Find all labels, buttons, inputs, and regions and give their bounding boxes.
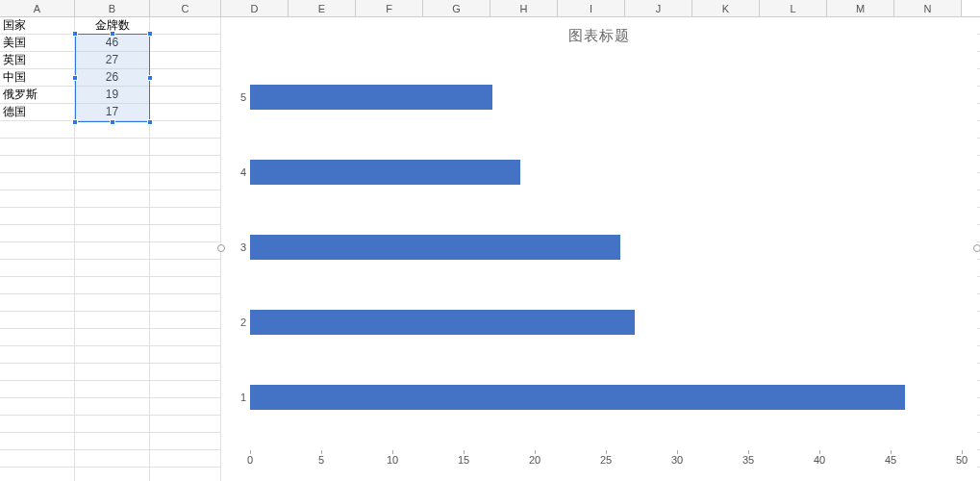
cell[interactable] xyxy=(75,260,150,276)
cell[interactable] xyxy=(75,156,150,172)
cell[interactable]: 美国 xyxy=(0,35,75,51)
col-header[interactable]: H xyxy=(490,0,558,16)
cell[interactable] xyxy=(0,190,75,207)
cell[interactable] xyxy=(75,242,150,259)
cell[interactable] xyxy=(0,208,75,224)
chart-bar[interactable] xyxy=(250,310,635,335)
cell[interactable] xyxy=(75,208,150,224)
chart-object[interactable]: 图表标题 54321 05101520253035404550 xyxy=(221,21,977,475)
chart-bar[interactable] xyxy=(250,160,520,185)
cell[interactable] xyxy=(75,450,150,467)
cell[interactable] xyxy=(150,416,221,432)
cell[interactable] xyxy=(0,277,75,293)
cell[interactable] xyxy=(75,329,150,345)
cell[interactable] xyxy=(0,381,75,397)
chart-title[interactable]: 图表标题 xyxy=(221,21,977,49)
col-header[interactable]: K xyxy=(692,0,760,16)
cell[interactable] xyxy=(150,398,221,415)
cell[interactable] xyxy=(0,364,75,380)
cell[interactable] xyxy=(150,450,221,467)
col-header[interactable]: E xyxy=(289,0,356,16)
cell[interactable] xyxy=(150,52,221,68)
col-header[interactable]: L xyxy=(760,0,827,16)
cell-country-header[interactable]: 国家 xyxy=(0,17,75,34)
cell[interactable] xyxy=(0,329,75,345)
col-header[interactable]: A xyxy=(0,0,75,16)
cell[interactable] xyxy=(0,312,75,328)
cell[interactable] xyxy=(150,364,221,380)
col-header[interactable]: M xyxy=(827,0,894,16)
cell[interactable]: 英国 xyxy=(0,52,75,68)
cell[interactable] xyxy=(75,121,150,138)
cell[interactable] xyxy=(75,139,150,155)
chart-bar[interactable] xyxy=(250,385,905,410)
cell[interactable] xyxy=(150,312,221,328)
cell[interactable] xyxy=(0,260,75,276)
col-header[interactable]: G xyxy=(423,0,490,16)
chart-bar[interactable] xyxy=(250,235,620,260)
chart-resize-handle[interactable] xyxy=(217,244,225,252)
cell[interactable] xyxy=(150,225,221,241)
cell[interactable] xyxy=(150,87,221,103)
chart-bar[interactable] xyxy=(250,85,492,110)
cell[interactable] xyxy=(0,346,75,363)
cell[interactable] xyxy=(75,381,150,397)
cell[interactable] xyxy=(0,416,75,432)
cell[interactable] xyxy=(150,346,221,363)
col-header[interactable]: J xyxy=(625,0,692,16)
cell[interactable]: 俄罗斯 xyxy=(0,87,75,103)
cell[interactable] xyxy=(75,277,150,293)
cell[interactable] xyxy=(0,450,75,467)
cell[interactable] xyxy=(0,468,75,481)
cell[interactable] xyxy=(150,242,221,259)
cell[interactable]: 19 xyxy=(75,87,150,103)
cell[interactable] xyxy=(150,260,221,276)
cell[interactable] xyxy=(75,398,150,415)
col-header[interactable]: F xyxy=(356,0,423,16)
col-header[interactable]: I xyxy=(558,0,625,16)
cell[interactable] xyxy=(0,156,75,172)
cell[interactable] xyxy=(0,242,75,259)
col-header[interactable]: N xyxy=(894,0,962,16)
cell[interactable] xyxy=(75,312,150,328)
col-header[interactable]: B xyxy=(75,0,150,16)
cell[interactable] xyxy=(150,69,221,86)
cell[interactable] xyxy=(0,173,75,190)
cell[interactable] xyxy=(150,208,221,224)
cell[interactable] xyxy=(0,225,75,241)
cell[interactable] xyxy=(75,416,150,432)
cell[interactable] xyxy=(150,156,221,172)
cell[interactable]: 46 xyxy=(75,35,150,51)
cell[interactable]: 17 xyxy=(75,104,150,120)
cell[interactable] xyxy=(75,468,150,481)
cell[interactable] xyxy=(150,121,221,138)
cell[interactable] xyxy=(0,139,75,155)
cell[interactable] xyxy=(150,277,221,293)
chart-resize-handle[interactable] xyxy=(973,244,980,252)
cell[interactable] xyxy=(150,468,221,481)
cell[interactable] xyxy=(150,17,221,34)
cell[interactable] xyxy=(150,104,221,120)
cell[interactable] xyxy=(150,433,221,449)
cell[interactable] xyxy=(75,294,150,311)
cell[interactable] xyxy=(75,225,150,241)
cell[interactable] xyxy=(75,190,150,207)
cell[interactable]: 27 xyxy=(75,52,150,68)
cell[interactable] xyxy=(150,190,221,207)
cell[interactable] xyxy=(150,329,221,345)
cell[interactable] xyxy=(75,433,150,449)
cell[interactable]: 中国 xyxy=(0,69,75,86)
col-header[interactable]: D xyxy=(221,0,289,16)
cell[interactable] xyxy=(0,398,75,415)
cell[interactable] xyxy=(150,294,221,311)
cell[interactable] xyxy=(150,35,221,51)
cell[interactable] xyxy=(75,173,150,190)
cell[interactable] xyxy=(0,121,75,138)
cell[interactable] xyxy=(150,139,221,155)
cell[interactable] xyxy=(0,294,75,311)
cell[interactable] xyxy=(150,173,221,190)
cell[interactable] xyxy=(0,433,75,449)
cell[interactable] xyxy=(150,381,221,397)
cell-gold-header[interactable]: 金牌数 xyxy=(75,17,150,34)
cell[interactable]: 德国 xyxy=(0,104,75,120)
